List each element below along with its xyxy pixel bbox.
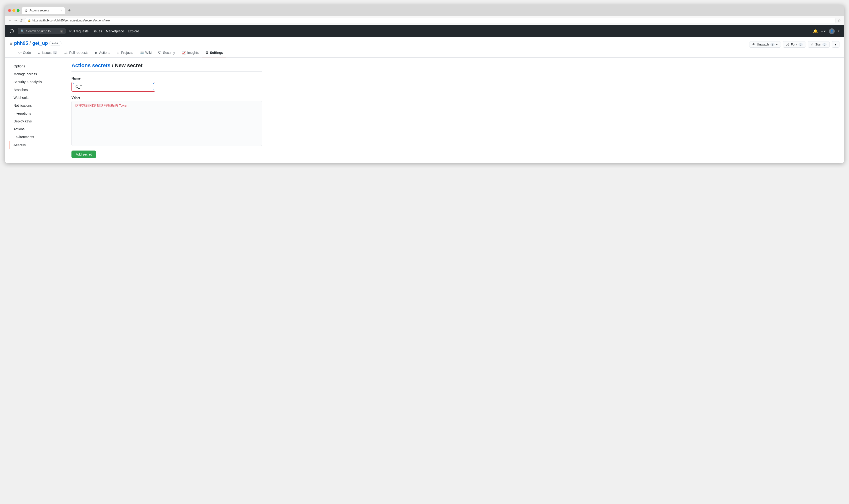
sidebar-label-options: Options: [14, 64, 25, 68]
tab-wiki[interactable]: 📖 Wiki: [137, 48, 155, 57]
nav-issues[interactable]: Issues: [92, 29, 102, 33]
address-bar[interactable]: 🔒 https://github.com/phh95/get_up/settin…: [25, 18, 835, 23]
repo-icon: ⊟: [10, 41, 13, 46]
main-content: Options Manage access Security & analysi…: [5, 58, 267, 163]
address-url: https://github.com/phh95/get_up/settings…: [32, 19, 110, 22]
sidebar-label-manage-access: Manage access: [14, 72, 37, 76]
star-button[interactable]: ☆ Star 0: [808, 41, 830, 48]
issues-count: 1: [53, 51, 57, 54]
new-tab-button[interactable]: +: [68, 8, 71, 13]
projects-icon: ⊞: [117, 51, 120, 55]
tab-projects[interactable]: ⊞ Projects: [113, 48, 137, 57]
tab-pr-label: Pull requests: [69, 51, 88, 55]
sidebar-label-branches: Branches: [14, 88, 28, 92]
sidebar-label-notifications: Notifications: [14, 104, 32, 107]
nav-explore[interactable]: Explore: [128, 29, 139, 33]
tab-favicon: ⊙: [25, 8, 28, 12]
sidebar-item-branches[interactable]: Branches: [10, 86, 67, 94]
sidebar-label-webhooks: Webhooks: [14, 96, 29, 100]
repo-header: ⊟ phh95 / get_up Public 👁 Unwatch 1 ▾ ⎇: [5, 37, 844, 58]
search-placeholder: Search or jump to...: [26, 29, 53, 33]
bookmark-icon[interactable]: ☆: [838, 19, 841, 22]
tab-settings-label: Settings: [210, 51, 223, 55]
security-icon: 🛡: [158, 51, 162, 55]
sidebar-item-manage-access[interactable]: Manage access: [10, 70, 67, 78]
repo-header-row: ⊟ phh95 / get_up Public 👁 Unwatch 1 ▾ ⎇: [10, 40, 839, 48]
back-button[interactable]: ←: [8, 18, 12, 23]
sidebar-item-secrets[interactable]: Secrets: [10, 141, 67, 149]
avatar-chevron-icon[interactable]: ▾: [838, 30, 839, 33]
tab-title: Actions secrets: [30, 9, 49, 12]
browser-window: ⊙ Actions secrets × + ← → ↺ 🔒 https://gi…: [5, 5, 844, 163]
fork-button[interactable]: ⎇ Fork 0: [783, 41, 806, 48]
sidebar-item-deploy-keys[interactable]: Deploy keys: [10, 118, 67, 125]
star-dropdown-button[interactable]: ▾: [832, 41, 839, 48]
tab-close-button[interactable]: ×: [60, 9, 62, 12]
forward-button[interactable]: →: [14, 18, 18, 23]
close-button[interactable]: [8, 9, 11, 12]
tab-projects-label: Projects: [121, 51, 133, 55]
maximize-button[interactable]: [17, 9, 20, 12]
notifications-bell-icon[interactable]: 🔔: [813, 29, 818, 33]
sidebar-item-environments[interactable]: Environments: [10, 133, 67, 141]
sidebar-label-integrations: Integrations: [14, 111, 31, 115]
search-bar[interactable]: 🔍 Search or jump to... /: [18, 28, 66, 34]
name-input[interactable]: [73, 83, 154, 90]
wiki-icon: 📖: [140, 51, 144, 55]
browser-addressbar: ← → ↺ 🔒 https://github.com/phh95/get_up/…: [5, 16, 844, 25]
tab-code[interactable]: <> Code: [14, 48, 34, 57]
tab-settings[interactable]: ⚙ Settings: [202, 48, 226, 57]
fork-count: 0: [798, 43, 803, 46]
insights-icon: 📈: [182, 51, 186, 55]
sidebar-item-webhooks[interactable]: Webhooks: [10, 94, 67, 102]
star-label: Star: [815, 43, 821, 46]
unwatch-button[interactable]: 👁 Unwatch 1 ▾: [749, 41, 781, 48]
nav-pull-requests[interactable]: Pull requests: [69, 29, 89, 33]
value-label: Value: [71, 95, 262, 99]
tab-security[interactable]: 🛡 Security: [155, 48, 178, 57]
tab-pull-requests[interactable]: ⎇ Pull requests: [60, 48, 92, 57]
actions-icon: ▶: [95, 51, 98, 55]
browser-tab[interactable]: ⊙ Actions secrets ×: [22, 7, 65, 14]
breadcrumb-link[interactable]: Actions secrets: [71, 62, 110, 68]
nav-marketplace[interactable]: Marketplace: [106, 29, 124, 33]
search-icon: 🔍: [20, 29, 24, 33]
sidebar-item-security-analysis[interactable]: Security & analysis: [10, 78, 67, 86]
repo-name-link[interactable]: get_up: [32, 40, 48, 46]
minimize-button[interactable]: [12, 9, 15, 12]
create-new-button[interactable]: + ▾: [821, 29, 826, 33]
unwatch-count: 1: [771, 43, 775, 46]
sidebar-item-notifications[interactable]: Notifications: [10, 102, 67, 109]
fork-label: Fork: [791, 43, 797, 46]
lock-icon: 🔒: [28, 19, 31, 22]
github-logo[interactable]: ⬡: [10, 28, 14, 34]
settings-sidebar: Options Manage access Security & analysi…: [10, 62, 67, 158]
sidebar-item-actions[interactable]: Actions: [10, 125, 67, 133]
tab-issues-label: Issues: [42, 51, 52, 55]
add-secret-button[interactable]: Add secret: [71, 150, 96, 158]
breadcrumb-current: New secret: [115, 62, 142, 68]
visibility-badge: Public: [49, 41, 61, 46]
tab-security-label: Security: [163, 51, 175, 55]
github-nav: Pull requests Issues Marketplace Explore: [69, 29, 139, 33]
eye-icon: 👁: [752, 43, 755, 46]
settings-icon: ⚙: [205, 51, 209, 55]
sidebar-item-options[interactable]: Options: [10, 62, 67, 70]
issues-icon: ⊙: [38, 51, 40, 55]
name-form-group: Name: [71, 76, 262, 92]
sidebar-item-integrations[interactable]: Integrations: [10, 110, 67, 117]
unwatch-chevron-icon[interactable]: ▾: [776, 43, 778, 46]
search-shortcut: /: [60, 30, 63, 33]
value-textarea[interactable]: 这里粘贴刚复制到剪贴板的 Token: [71, 101, 262, 146]
tab-actions[interactable]: ▶ Actions: [92, 48, 113, 57]
user-avatar[interactable]: 👤: [829, 28, 835, 34]
window-controls: [8, 9, 20, 12]
repo-owner-link[interactable]: phh95: [14, 40, 28, 46]
tab-insights[interactable]: 📈 Insights: [178, 48, 202, 57]
github-header-right: 🔔 + ▾ 👤 ▾: [813, 28, 839, 34]
refresh-button[interactable]: ↺: [20, 18, 23, 23]
browser-titlebar: ⊙ Actions secrets × +: [5, 5, 844, 16]
tab-issues[interactable]: ⊙ Issues 1: [34, 48, 61, 57]
form-area: Actions secrets / New secret Name Value …: [71, 62, 262, 158]
page-breadcrumb: Actions secrets / New secret: [71, 62, 262, 72]
